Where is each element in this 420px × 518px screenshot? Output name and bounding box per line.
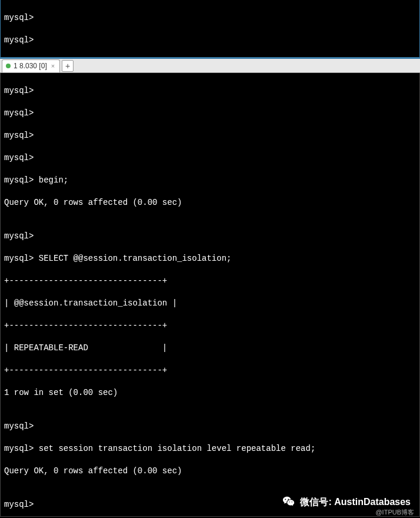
terminal-line: 1 row in set (0.00 sec) — [4, 387, 416, 399]
terminal-line: mysql> set session transaction isolation… — [4, 443, 416, 454]
terminal-line: mysql> begin; — [4, 175, 416, 186]
tab-label: 1 8.030 [0] — [14, 62, 47, 70]
session-tab[interactable]: 1 8.030 [0] × — [2, 59, 60, 72]
terminal-line: mysql> — [4, 35, 416, 46]
terminal-line: mysql> — [4, 85, 416, 97]
terminal-line: mysql> — [4, 130, 416, 141]
terminal-line: Query OK, 0 rows affected (0.00 sec) — [4, 466, 416, 477]
terminal-line: mysql> — [4, 421, 416, 432]
terminal-line: mysql> — [4, 12, 416, 24]
connection-status-icon — [6, 64, 11, 68]
terminal-line: +-------------------------------+ — [4, 365, 416, 376]
terminal-line: mysql> — [4, 108, 416, 119]
terminal-line: mysql> — [4, 152, 416, 164]
terminal-line: Query OK, 0 rows affected (0.00 sec) — [4, 197, 416, 208]
terminal-line: | REPEATABLE-READ | — [4, 343, 416, 354]
terminal-line: | @@session.transaction_isolation | — [4, 298, 416, 309]
tab-bar: 1 8.030 [0] × + — [0, 59, 420, 73]
watermark-sub: @ITPUB博客 — [375, 508, 414, 517]
watermark-text: 微信号: AustinDatabases — [300, 496, 411, 509]
terminal-line: +-------------------------------+ — [4, 275, 416, 287]
new-tab-button[interactable]: + — [62, 60, 74, 72]
terminal-line: +-------------------------------+ — [4, 320, 416, 331]
terminal-line: mysql> SELECT @@session.transaction_isol… — [4, 253, 416, 264]
terminal-line: mysql> — [4, 231, 416, 242]
bottom-terminal-panel[interactable]: mysql> mysql> mysql> mysql> mysql> begin… — [0, 73, 420, 517]
watermark: 微信号: AustinDatabases — [282, 496, 411, 509]
wechat-icon — [282, 496, 295, 509]
close-tab-button[interactable]: × — [50, 62, 56, 69]
top-terminal-panel[interactable]: mysql> mysql> mysql> update read_table s… — [0, 0, 420, 58]
